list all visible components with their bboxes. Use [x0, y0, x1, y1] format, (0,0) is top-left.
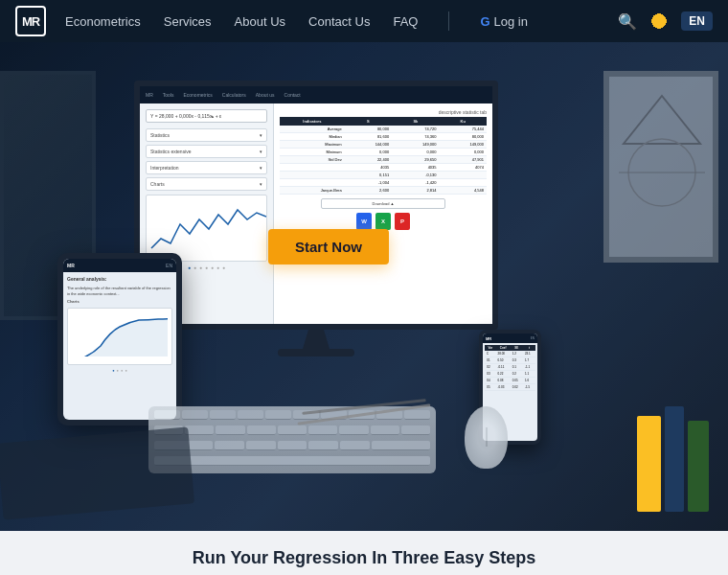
- key: [185, 426, 214, 435]
- table-row: Minimum0,0000,0000,000: [280, 149, 487, 156]
- monitor-nav-econometrics: Econometrics: [183, 92, 212, 98]
- table-row: 0,151-0,130: [280, 172, 487, 179]
- excel-icon: X: [375, 213, 391, 230]
- nav-econometrics[interactable]: Econometrics: [65, 14, 141, 29]
- key: [265, 410, 291, 420]
- book-green: [688, 421, 709, 512]
- chevron-icon: ▾: [260, 132, 262, 138]
- keyboard: [148, 406, 436, 473]
- tablet-content: General analysis: The underlying role of…: [63, 272, 176, 377]
- tablet-chart: [67, 308, 172, 365]
- phone-logo: MR: [486, 336, 491, 341]
- nav-contact-us[interactable]: Contact Us: [308, 14, 370, 29]
- phone-table-row: X10.500.31.7: [485, 357, 535, 364]
- table-row: Median81,60074,36080,000: [280, 133, 487, 141]
- mouse-scroll-wheel: [486, 427, 487, 447]
- monitor-nav-contact: Contact: [284, 92, 301, 98]
- nav-divider: [448, 12, 449, 31]
- monitor-menu-statistics-ext: Statistics extensive ▾: [146, 145, 267, 158]
- login-label: Log in: [494, 14, 528, 29]
- phone-table-row: X40.080.051.6: [485, 378, 535, 384]
- phone-nav-item: EN: [531, 336, 535, 340]
- key: [246, 441, 276, 450]
- book-blue: [665, 406, 684, 512]
- bottom-section: Run Your Regression In Three Easy Steps: [0, 531, 728, 575]
- monitor-main: descriptive statistic tab Indicators S S…: [274, 104, 492, 324]
- key: [182, 410, 208, 420]
- tablet-charts-label: Charts: [67, 299, 172, 304]
- theme-toggle-icon[interactable]: [648, 11, 670, 32]
- th-sk: Sk: [392, 117, 439, 126]
- monitor-chart-svg: [147, 196, 266, 261]
- tablet-nav-faq: EN: [166, 263, 172, 268]
- search-icon[interactable]: 🔍: [618, 12, 637, 31]
- spacebar-key: [154, 456, 430, 466]
- monitor-table-label: descriptive statistic tab: [280, 109, 487, 115]
- monitor-base: [278, 349, 354, 356]
- start-now-button[interactable]: Start Now: [268, 229, 389, 264]
- monitor-formula: Y = 28,000 + 0,000x - 0,115x₂ + ε: [146, 109, 267, 123]
- key: [278, 426, 307, 435]
- books: [637, 406, 709, 512]
- menu-label: Statistics: [150, 132, 170, 138]
- nav-about-us[interactable]: About Us: [235, 14, 285, 29]
- navbar: MR Econometrics Services About Us Contac…: [0, 0, 728, 42]
- logo-box: MR: [15, 6, 46, 36]
- monitor-menu-statistics: Statistics ▾: [146, 128, 267, 142]
- right-art-frame: [603, 71, 718, 263]
- tablet-navbar: MR EN: [63, 259, 176, 272]
- key: [247, 426, 276, 435]
- monitor-file-icons: W X P: [280, 213, 487, 230]
- monitor-chart: [146, 195, 267, 262]
- key: [238, 410, 263, 420]
- monitor-menu-charts: Charts ▾: [146, 177, 267, 191]
- th-s: S: [345, 117, 392, 126]
- table-row: -1,004-1,420: [280, 179, 487, 187]
- book-yellow: [637, 416, 661, 512]
- monitor-nav-calculators: Calculators: [222, 92, 246, 98]
- language-button[interactable]: EN: [681, 12, 713, 31]
- key: [215, 441, 244, 450]
- mouse: [465, 406, 508, 469]
- nav-faq[interactable]: FAQ: [393, 14, 418, 29]
- chevron-icon: ▾: [260, 181, 262, 187]
- google-icon: G: [480, 14, 489, 29]
- key: [339, 426, 368, 435]
- nav-links: Econometrics Services About Us Contact U…: [65, 12, 618, 31]
- chevron-icon: ▾: [260, 149, 262, 154]
- tablet-screen: MR EN General analysis: The underlying r…: [63, 259, 176, 420]
- tablet-dots: ● ● ● ●: [67, 368, 172, 373]
- nav-right: 🔍 EN: [618, 11, 713, 32]
- nav-services[interactable]: Services: [164, 14, 212, 29]
- hero-section: MR Tools Econometrics Calculators About …: [0, 42, 728, 531]
- monitor-nav-about: About us: [256, 92, 275, 98]
- monitor-stats-table: Indicators S Sk Ku Average80,00074,72075…: [280, 117, 487, 195]
- login-link[interactable]: G Log in: [480, 14, 528, 29]
- word-icon: W: [356, 213, 372, 230]
- phone-table: Var Coef SE t C28.001.223.1 X10.500.31.7…: [485, 345, 535, 391]
- monitor-download-btn[interactable]: Download ▲: [321, 198, 445, 209]
- tablet-title: General analysis:: [67, 276, 172, 283]
- pdf-icon: P: [395, 213, 410, 230]
- bottom-title: Run Your Regression In Three Easy Steps: [193, 548, 535, 568]
- monitor-menu-interpretation: Interpretation ▾: [146, 161, 267, 174]
- key: [404, 410, 430, 420]
- table-row: Std Dev22,40029,65047,901: [280, 156, 487, 164]
- table-row: Average80,00074,72075,444: [280, 126, 487, 133]
- tablet: MR EN General analysis: The underlying r…: [57, 253, 182, 426]
- tablet-chart-svg: [72, 312, 168, 356]
- monitor-nav-logo: MR: [146, 92, 153, 98]
- phone-content: Var Coef SE t C28.001.223.1 X10.500.31.7…: [483, 343, 537, 393]
- logo[interactable]: MR: [15, 6, 46, 36]
- table-row: 403540354074: [280, 164, 487, 172]
- th-indicators: Indicators: [280, 117, 345, 126]
- menu-label: Interpretation: [150, 165, 178, 171]
- phone-table-row: X30.220.21.1: [485, 371, 535, 378]
- key: [308, 426, 337, 435]
- svg-marker-0: [624, 96, 700, 144]
- phone-table-row: X5-0.030.02-1.5: [485, 384, 535, 391]
- keyboard-row-2: [148, 422, 436, 435]
- key: [340, 441, 370, 450]
- key: [154, 410, 180, 420]
- keyboard-row-4: [148, 452, 436, 466]
